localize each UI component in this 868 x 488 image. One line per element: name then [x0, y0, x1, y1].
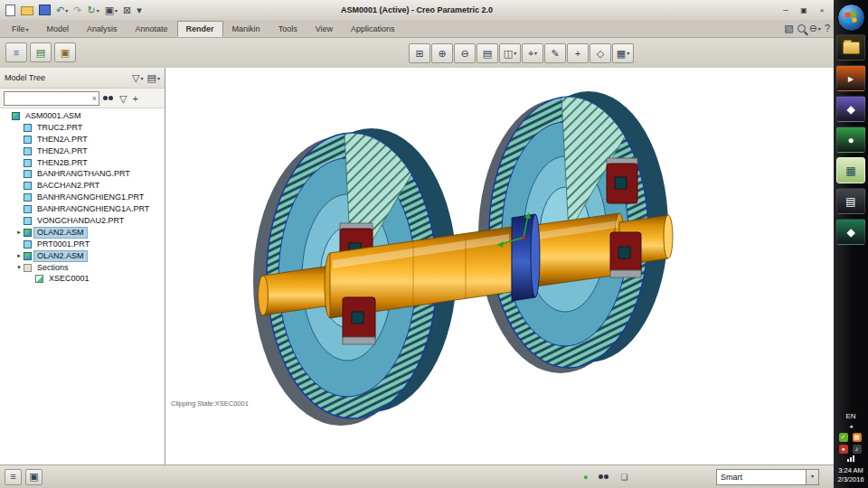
clipping-state-label: Clipping State:XSEC0001 [171, 399, 249, 408]
tree-item-xsec0001[interactable]: XSEC0001 [0, 273, 165, 285]
tree-item-banhrangthang-prt[interactable]: BANHRANGTHANG.PRT [0, 168, 165, 180]
tree-item-label: BANHRANGTHANG.PRT [34, 169, 133, 179]
file-explorer-icon[interactable] [836, 34, 865, 61]
bearing-left-bottom[interactable] [343, 297, 375, 344]
saved-views-icon[interactable]: ▣ [54, 42, 76, 62]
tree-item-then2a-prt[interactable]: THEN2A.PRT [0, 134, 165, 145]
tree-item-truc2-prt[interactable]: TRUC2.PRT [0, 122, 165, 134]
window-controls: ─▣× [778, 4, 834, 17]
language-indicator[interactable]: EN [845, 412, 855, 420]
app-dark-icon[interactable]: ▤ [836, 188, 865, 214]
toolbar-options-icon[interactable]: ▾ [135, 3, 144, 17]
tree-item-olan2-asm[interactable]: ▸OLAN2.ASM [0, 227, 165, 239]
command-search-icon[interactable] [797, 22, 806, 34]
view-manager-icon[interactable]: ▦▾ [612, 43, 634, 63]
display-style-icon[interactable]: ◫▾ [499, 43, 521, 63]
tree-item-sections[interactable]: ▾Sections [0, 262, 165, 274]
tab-tools[interactable]: Tools [269, 21, 307, 37]
window-overlay-icon[interactable]: ❏ [620, 473, 627, 482]
tree-filter2-icon[interactable]: ▽ [119, 92, 127, 105]
graphics-area[interactable]: Clipping State:XSEC0001 [165, 68, 834, 465]
tab-manikin[interactable]: Manikin [223, 21, 269, 37]
windows-icon[interactable]: ▣▾ [103, 3, 119, 17]
selection-filter-dropdown[interactable]: Smart ▾ [716, 469, 819, 485]
close-button[interactable]: × [814, 4, 830, 17]
tray-green-icon[interactable]: ✓ [839, 433, 848, 442]
statusbar-tree-toggle-icon[interactable]: ≡ [5, 469, 22, 485]
find-in-model-icon[interactable] [599, 474, 609, 480]
layer-tree-icon[interactable]: ▤ [30, 42, 52, 62]
minimize-ribbon-icon[interactable]: ⊖▾ [809, 22, 821, 34]
model-tree-columns-icon[interactable]: ≡ [5, 42, 27, 62]
tray-red-icon[interactable]: ● [839, 445, 848, 454]
restore-button[interactable]: ▣ [796, 4, 812, 17]
tab-annotate[interactable]: Annotate [127, 21, 177, 37]
tree-item-label: THEN2A.PRT [34, 146, 90, 156]
tree-find-icon[interactable] [103, 94, 114, 103]
tree-item-vongchandau2-prt[interactable]: VONGCHANDAU2.PRT [0, 215, 165, 227]
zoom-out-icon[interactable]: ⊖ [454, 43, 476, 63]
tab-render[interactable]: Render [177, 21, 223, 37]
tab-model[interactable]: Model [38, 21, 79, 37]
repaint-icon[interactable]: ▤ [476, 43, 498, 63]
tab-applications[interactable]: Applications [342, 21, 404, 37]
tray-expand-icon[interactable]: ◂ [849, 423, 853, 430]
tree-item-label: TRUC2.PRT [34, 123, 85, 133]
volume-icon[interactable]: ♪ [853, 445, 862, 454]
collapse-arrow-icon[interactable]: ▾ [14, 264, 24, 271]
network-signal-icon[interactable] [847, 459, 849, 462]
regenerate-icon: ↻ [87, 4, 95, 16]
start-button[interactable] [837, 4, 865, 32]
tab-analysis[interactable]: Analysis [78, 21, 127, 37]
redo-icon[interactable]: ↷ [71, 3, 83, 17]
appearances-icon[interactable]: ▧ [784, 22, 793, 34]
tree-item-then2a-prt[interactable]: THEN2A.PRT [0, 145, 165, 157]
app-purple-icon[interactable]: ◆ [836, 96, 865, 122]
bearing-right-top[interactable] [607, 158, 637, 203]
tree-item-prt0001-prt[interactable]: PRT0001.PRT [0, 239, 165, 250]
perspective-icon[interactable]: ◇ [590, 43, 611, 63]
windows-logo-icon [844, 11, 857, 23]
statusbar-browser-toggle-icon[interactable]: ▣ [25, 469, 42, 485]
tree-item-bacchan2-prt[interactable]: BACCHAN2.PRT [0, 180, 165, 192]
tab-view[interactable]: View [307, 21, 342, 37]
tree-settings-icon[interactable]: ▤▾ [147, 71, 160, 84]
app-teal-icon[interactable]: ◆ [836, 219, 865, 245]
tree-filter-icon[interactable]: ▽▾ [132, 71, 143, 84]
app-green-globe-icon[interactable]: ● [836, 127, 865, 153]
status-ok-indicator[interactable]: ● [583, 473, 588, 482]
undo-icon[interactable]: ↶▾ [54, 3, 70, 17]
annotation-display-icon[interactable]: ✎ [544, 43, 566, 63]
tree-item-asm0001-asm[interactable]: ASM0001.ASM [0, 110, 165, 122]
taskbar-clock[interactable]: 3:24 AM 2/3/2016 [837, 466, 863, 484]
tab-file[interactable]: File▾ [3, 21, 38, 37]
tree-search-input[interactable] [5, 92, 90, 105]
media-player-icon[interactable]: ▸ [836, 65, 865, 91]
help-icon[interactable]: ? [825, 22, 830, 34]
tree-item-banhrangnghieng1a-prt[interactable]: BANHRANGNGHIENG1A.PRT [0, 203, 165, 215]
clear-search-icon[interactable]: × [90, 94, 99, 103]
tree-item-olan2-asm[interactable]: ▸OLAN2.ASM [0, 250, 165, 262]
minimize-button[interactable]: ─ [778, 4, 794, 17]
datum-display-icon[interactable]: ⌖▾ [522, 43, 543, 63]
spin-center-icon[interactable]: + [567, 43, 589, 63]
dropdown-arrow-icon: ▾ [157, 75, 160, 81]
open-file-icon[interactable] [19, 3, 35, 17]
tree-item-then2b-prt[interactable]: THEN2B.PRT [0, 157, 165, 169]
refit-icon[interactable]: ⊞ [409, 43, 430, 63]
tray-orange-icon[interactable]: ▦ [853, 433, 862, 442]
saved-views-icon: ▣ [61, 46, 70, 59]
bearing-right-bottom[interactable] [610, 232, 641, 277]
save-icon[interactable] [37, 3, 52, 17]
creo-parametric-icon[interactable]: ▦ [836, 157, 865, 183]
dropdown-arrow-icon: ▾ [534, 45, 537, 61]
regenerate-icon[interactable]: ↻▾ [85, 3, 100, 17]
expand-arrow-icon[interactable]: ▸ [14, 252, 24, 259]
close-window-icon[interactable]: ⊠ [121, 3, 133, 17]
tree-item-banhrangnghieng1-prt[interactable]: BANHRANGNGHIENG1.PRT [0, 192, 165, 203]
new-file-icon[interactable] [4, 3, 17, 17]
zoom-in-icon[interactable]: ⊕ [431, 43, 453, 63]
chevron-down-icon[interactable]: ▾ [806, 470, 818, 484]
tree-add-icon[interactable]: + [132, 92, 137, 105]
expand-arrow-icon[interactable]: ▸ [14, 229, 24, 236]
